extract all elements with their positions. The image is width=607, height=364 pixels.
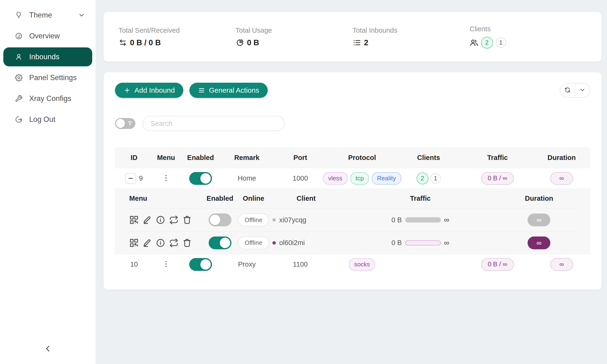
qr-code-icon[interactable]: [129, 215, 139, 225]
transport-tag: tcp: [350, 172, 369, 185]
pie-chart-icon: [236, 39, 244, 47]
traffic-progress-bar: [405, 217, 441, 222]
duration-pill: ∞: [550, 258, 573, 271]
stat-label: Clients: [470, 25, 587, 33]
client-enabled-toggle[interactable]: [209, 213, 231, 226]
refresh-button[interactable]: [560, 83, 575, 97]
inbound-id: 9: [139, 174, 143, 182]
traffic-used: 0 B: [392, 239, 402, 247]
traffic-used: 0 B: [392, 216, 402, 224]
gauge-icon: [15, 32, 23, 40]
sidebar-item-label: Inbounds: [29, 52, 60, 61]
stat-label: Total Inbounds: [353, 26, 470, 34]
search-input[interactable]: [143, 116, 285, 131]
bulb-icon: [15, 11, 23, 19]
sidebar-item-inbounds[interactable]: Inbounds: [3, 47, 92, 66]
sidebar-collapse-button[interactable]: [41, 342, 55, 356]
traffic-pill: 0 B / ∞: [481, 258, 514, 271]
sidebar-item-log-out[interactable]: Log Out: [3, 110, 92, 129]
inbound-port: 1100: [293, 260, 307, 268]
stat-total-sent-received: Total Sent/Received 0 B / 0 B: [119, 26, 236, 47]
client-enabled-toggle[interactable]: [209, 236, 231, 249]
sidebar-item-label: Xray Configs: [29, 94, 71, 103]
client-duration-pill: ∞: [528, 213, 550, 226]
list-icon: [353, 39, 361, 47]
sidebar-item-theme[interactable]: Theme: [3, 6, 92, 25]
delete-icon[interactable]: [182, 238, 192, 248]
inbound-remark: Proxy: [238, 260, 256, 268]
info-icon[interactable]: [156, 215, 166, 225]
sidebar-footer: [0, 342, 95, 356]
stat-value: 2: [364, 38, 368, 47]
app-root: Theme Overview Inbounds: [0, 0, 607, 364]
reset-traffic-icon[interactable]: [169, 215, 179, 225]
traffic-limit: ∞: [444, 239, 449, 247]
client-row: Offline xi07ycqg 0 B ∞ ∞: [129, 208, 577, 231]
row-menu-button[interactable]: [161, 173, 171, 184]
add-inbound-label: Add Inbound: [134, 86, 175, 94]
minus-icon: [129, 178, 133, 179]
clients-active-badge: 2: [481, 37, 493, 49]
enabled-toggle[interactable]: [189, 258, 212, 271]
stat-label: Total Sent/Received: [119, 26, 236, 34]
sidebar-item-label: Theme: [29, 11, 52, 19]
chevron-down-icon: [579, 87, 586, 94]
online-status-badge: Offline: [238, 213, 269, 226]
clients-depleted-badge: 1: [496, 38, 506, 48]
inbound-row-9: 9 Home 1000 vless tcp Reality: [115, 168, 590, 188]
col-header-menu: Menu: [153, 154, 179, 162]
sidebar-item-panel-settings[interactable]: Panel Settings: [3, 68, 92, 87]
sub-col-client: Client: [272, 195, 340, 202]
sidebar-item-overview[interactable]: Overview: [3, 26, 92, 46]
edit-icon[interactable]: [143, 238, 152, 248]
clients-subtable: Menu Enabled Online Client Traffic Durat…: [115, 188, 590, 254]
chevron-down-icon: [78, 12, 85, 19]
general-actions-label: General Actions: [209, 86, 259, 94]
col-header-duration: Duration: [533, 154, 590, 162]
client-status-dot: [272, 218, 276, 221]
col-header-port: Port: [272, 154, 329, 162]
plus-icon: [123, 87, 131, 94]
online-status-badge: Offline: [238, 236, 269, 249]
inbounds-card: Add Inbound General Actions: [104, 72, 602, 290]
add-inbound-button[interactable]: Add Inbound: [115, 83, 183, 98]
stat-clients: Clients 2 1: [470, 25, 587, 49]
sidebar: Theme Overview Inbounds: [0, 0, 95, 364]
reset-traffic-icon[interactable]: [169, 238, 179, 248]
refresh-options-button[interactable]: [575, 83, 590, 97]
toggle-knob: [116, 119, 125, 128]
inbound-row-10: 10 Proxy 1100 socks 0 B / ∞ ∞: [115, 254, 590, 274]
sidebar-item-xray-configs[interactable]: Xray Configs: [3, 89, 92, 108]
col-header-protocol: Protocol: [329, 154, 396, 162]
edit-icon[interactable]: [143, 215, 152, 225]
qr-code-icon[interactable]: [129, 238, 139, 248]
info-icon[interactable]: [156, 238, 166, 248]
col-header-remark: Remark: [222, 154, 272, 162]
sub-col-duration: Duration: [501, 195, 577, 202]
toolbar: Add Inbound General Actions: [115, 83, 590, 98]
sub-col-menu: Menu: [129, 195, 205, 202]
col-header-enabled: Enabled: [179, 154, 222, 162]
enabled-toggle[interactable]: [189, 172, 212, 185]
chevron-left-icon: [44, 350, 52, 353]
swap-arrows-icon: [119, 39, 127, 47]
filter-toggle[interactable]: [115, 118, 135, 129]
duration-pill: ∞: [550, 172, 573, 185]
stat-total-inbounds: Total Inbounds 2: [353, 26, 470, 47]
logout-icon: [15, 116, 23, 123]
stat-value: 0 B / 0 B: [130, 38, 161, 47]
stat-value: 0 B: [247, 38, 259, 47]
row-menu-button[interactable]: [161, 259, 171, 270]
sub-col-enabled: Enabled: [205, 195, 235, 202]
refresh-icon: [564, 87, 571, 94]
collapse-row-button[interactable]: [125, 173, 136, 184]
traffic-limit: ∞: [444, 216, 449, 224]
general-actions-button[interactable]: General Actions: [189, 83, 268, 98]
team-icon: [470, 39, 478, 47]
delete-icon[interactable]: [182, 215, 192, 225]
wrench-icon: [15, 95, 23, 102]
protocol-tag: vless: [323, 172, 347, 185]
search-row: [115, 116, 590, 131]
sidebar-item-label: Log Out: [29, 115, 55, 124]
col-header-clients: Clients: [395, 154, 462, 162]
